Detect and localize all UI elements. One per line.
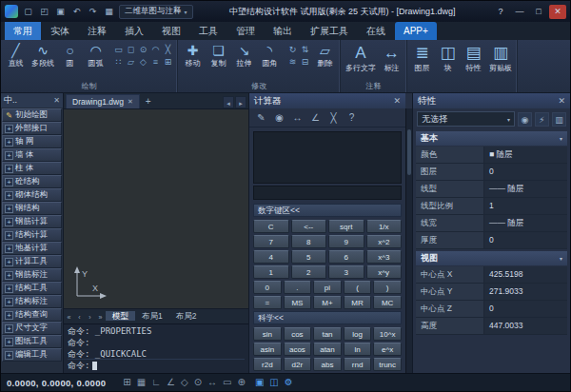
expand-icon[interactable]: ✎ <box>5 111 13 120</box>
maximize-button[interactable]: □ <box>530 5 547 19</box>
property-value[interactable]: 271.9033 <box>484 284 567 300</box>
ribbon-tab[interactable]: 管理 <box>227 22 264 40</box>
sidebar-item[interactable]: + 图纸工具 <box>2 335 62 348</box>
calc-key[interactable]: M+ <box>313 296 342 309</box>
expand-icon[interactable]: + <box>5 258 13 266</box>
sidebar-item[interactable]: + 钢结构 <box>2 202 62 215</box>
status-toggle[interactable]: ⊙ <box>194 374 202 391</box>
command-window[interactable]: 命令: _PROPERTIES命令:命令: _QUICKCALC 命令: <box>64 323 248 373</box>
sidebar-item[interactable]: + 柱 体 <box>2 162 62 175</box>
workspace-selector[interactable]: 二维草图与注释 ▾ <box>119 5 193 19</box>
section-header-basic[interactable]: 基本 ▾ <box>416 131 567 146</box>
calc-sci-key[interactable]: atan <box>313 343 342 356</box>
document-tab[interactable]: Drawing1.dwg ✕ <box>66 94 140 108</box>
calc-key[interactable]: C <box>253 220 289 233</box>
draw-tool-icon[interactable]: ⊙ <box>137 44 149 56</box>
status-toggle[interactable]: ▦ <box>137 374 146 391</box>
status-toggle[interactable]: ◇ <box>181 374 188 391</box>
move-button[interactable]: ✚ 移动 <box>181 42 205 69</box>
sidebar-item[interactable]: + 钢筋计算 <box>2 215 62 228</box>
circle-button[interactable]: ○ 圆 <box>58 42 82 69</box>
calculator-input[interactable] <box>253 186 402 200</box>
expand-icon[interactable]: + <box>5 351 13 360</box>
draw-tool-icon[interactable]: ⊞ <box>162 56 174 69</box>
ribbon-tab[interactable]: 工具 <box>190 22 226 40</box>
sidebar-item[interactable]: + 钢筋标注 <box>2 268 62 282</box>
scrollbar-thumb[interactable] <box>407 129 411 175</box>
calc-key[interactable]: 6 <box>328 250 364 264</box>
menu-icon[interactable]: ▥ <box>552 112 566 127</box>
properties-header[interactable]: 特性 ✕ <box>413 93 570 108</box>
calc-key[interactable]: 1 <box>253 265 289 279</box>
property-value[interactable]: 0 <box>484 301 567 317</box>
calc-key[interactable]: 4 <box>253 250 289 264</box>
expand-icon[interactable]: + <box>5 311 13 320</box>
status-toggle[interactable]: ⊕ <box>237 374 245 391</box>
calc-sci-key[interactable]: abs <box>313 358 342 371</box>
ribbon-tab[interactable]: 插入 <box>116 22 152 40</box>
layout-tab[interactable]: 布局1 <box>135 311 169 321</box>
calc-key[interactable]: MS <box>284 296 312 309</box>
get-point-icon[interactable]: ◉ <box>272 110 286 125</box>
expand-icon[interactable]: + <box>5 284 13 293</box>
calc-key[interactable]: 3 <box>328 265 364 279</box>
calc-sci-key[interactable]: trunc <box>373 358 402 371</box>
calc-key[interactable]: 8 <box>291 235 327 248</box>
calc-sci-key[interactable]: acos <box>284 343 312 356</box>
draw-tool-icon[interactable]: ▱ <box>125 56 137 69</box>
quick-access-icon[interactable]: ▢ <box>21 5 35 19</box>
property-value[interactable]: —— 随层 <box>484 215 567 231</box>
ribbon-group-label-draw[interactable]: 绘制 <box>1 81 177 91</box>
expand-icon[interactable]: + <box>5 205 13 213</box>
close-icon[interactable]: ✕ <box>128 98 133 106</box>
calc-sci-key[interactable]: ln <box>344 343 372 356</box>
new-drawing-button[interactable]: + <box>142 95 155 108</box>
calc-key[interactable]: ) <box>373 281 402 294</box>
status-toggle[interactable]: ↔ <box>207 374 217 391</box>
fillet-button[interactable]: ◝ 圆角 <box>258 42 282 69</box>
sidebar-item[interactable]: + 结构查询 <box>2 308 62 322</box>
ribbon-tab[interactable]: 视图 <box>153 22 189 40</box>
calc-sci-key[interactable]: tan <box>313 327 342 341</box>
first-layout-icon[interactable]: « <box>64 314 74 321</box>
ribbon-tab[interactable]: 输出 <box>265 22 301 40</box>
sidebar-item[interactable]: + 砼结构 <box>2 175 62 188</box>
property-value[interactable]: 425.5198 <box>484 266 567 283</box>
ribbon-tab[interactable]: 常用 <box>5 22 41 40</box>
expand-icon[interactable]: + <box>5 271 13 280</box>
sidebar-item[interactable]: + 尺寸文字 <box>2 322 62 335</box>
quick-select-icon[interactable]: ⚡ <box>535 112 549 127</box>
calc-sci-key[interactable]: d2r <box>284 358 312 371</box>
ribbon-tab[interactable]: 扩展工具 <box>302 22 357 40</box>
expand-icon[interactable]: + <box>5 178 13 186</box>
calc-sci-key[interactable]: rnd <box>344 358 372 371</box>
stretch-button[interactable]: ↘ 拉伸 <box>232 42 256 69</box>
status-toggle[interactable]: ▣ <box>255 374 264 391</box>
ribbon-panel-button[interactable]: ◫ 块 <box>436 42 460 90</box>
angle-icon[interactable]: ∠ <box>308 110 323 125</box>
property-value[interactable]: 447.0033 <box>484 318 567 334</box>
calc-key[interactable]: 7 <box>253 235 289 248</box>
draw-tool-icon[interactable]: ╳ <box>162 44 174 56</box>
scroll-left-icon[interactable]: ◂ <box>223 96 234 108</box>
ribbon-panel-button[interactable]: ▥ 剪贴板 <box>487 42 514 90</box>
mtext-button[interactable]: A 多行文字 <box>344 42 378 74</box>
calc-sci-key[interactable]: 10^x <box>373 327 402 341</box>
calc-key[interactable]: x^3 <box>366 250 403 264</box>
expand-icon[interactable]: + <box>5 125 13 133</box>
sidebar-item[interactable]: + 结构计算 <box>2 228 62 242</box>
calc-key[interactable]: MR <box>344 296 372 309</box>
status-toggle[interactable]: ⊞ <box>123 374 130 391</box>
calc-sci-key[interactable]: e^x <box>373 343 402 356</box>
close-icon[interactable]: ✕ <box>558 96 565 106</box>
line-button[interactable]: ╱ 直线 <box>4 42 28 69</box>
prev-layout-icon[interactable]: ‹ <box>74 314 85 321</box>
polyline-button[interactable]: ∿ 多段线 <box>30 42 56 69</box>
calc-key[interactable]: 0 <box>253 281 282 294</box>
next-layout-icon[interactable]: › <box>85 314 95 321</box>
modify-tool-icon[interactable]: ↻ <box>286 44 299 56</box>
calc-key[interactable]: sqrt <box>328 220 364 233</box>
property-value[interactable]: —— 随层 <box>484 181 567 197</box>
calc-key[interactable]: . <box>284 281 312 294</box>
expand-icon[interactable]: + <box>5 245 13 253</box>
